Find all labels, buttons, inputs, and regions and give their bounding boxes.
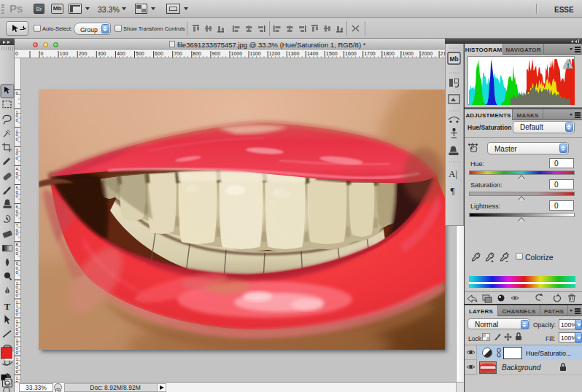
svg-text:300: 300 [98,51,106,56]
svg-text:1200: 1200 [269,51,281,56]
svg-text:200: 200 [79,51,88,56]
svg-text:1400: 1400 [307,51,319,56]
svg-text:500: 500 [136,51,144,56]
svg-text:Mb: Mb [450,55,459,63]
svg-text:1900: 1900 [402,51,414,56]
svg-text:700: 700 [174,51,182,56]
svg-text:A|: A| [449,168,457,179]
svg-text:100: 100 [60,51,69,56]
svg-text:1800: 1800 [383,51,395,56]
svg-text:1700: 1700 [364,51,376,56]
svg-text:¶: ¶ [451,185,455,196]
svg-text:1600: 1600 [345,51,357,56]
svg-text:600: 600 [155,51,163,56]
svg-text:1500: 1500 [326,51,338,56]
svg-text:900: 900 [212,51,220,56]
svg-text:T: T [4,301,11,312]
svg-text:800: 800 [193,51,201,56]
svg-text:2000: 2000 [422,51,433,56]
svg-text:1100: 1100 [250,51,261,56]
svg-text:0: 0 [15,51,18,56]
svg-text:1300: 1300 [288,51,300,56]
svg-text:1000: 1000 [231,51,243,56]
svg-text:0: 0 [41,51,44,56]
svg-text:400: 400 [117,51,125,56]
